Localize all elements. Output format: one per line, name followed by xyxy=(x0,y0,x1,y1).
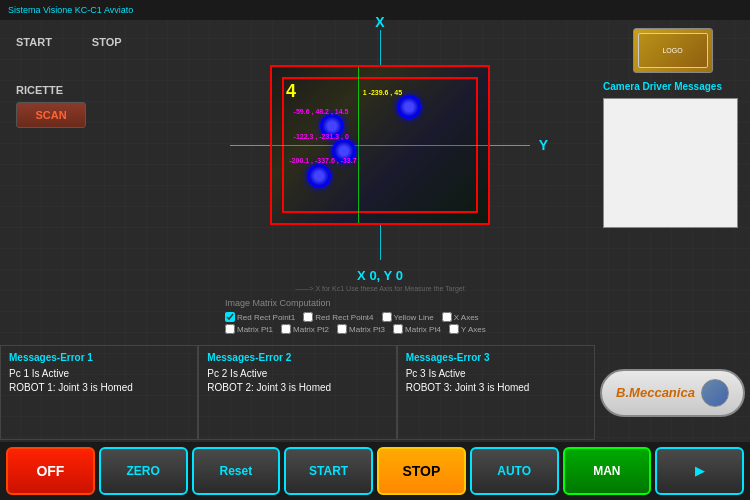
camera-image: 4 1 -239.6 , 45 -59.6 , 48.2 , 14.5 -122… xyxy=(270,65,490,225)
messages-section: Messages-Error 1 Pc 1 Is Active ROBOT 1:… xyxy=(0,345,595,440)
checkbox-matrix-pt2-input[interactable] xyxy=(281,324,291,334)
error-title-1: Messages-Error 1 xyxy=(9,352,189,363)
checkbox-red-rect-pt1[interactable]: Red Rect Point1 xyxy=(225,312,295,322)
error-text-3-line2: ROBOT 3: Joint 3 is Homed xyxy=(406,381,586,395)
y-axis-label: Y xyxy=(539,137,548,153)
checkbox-matrix-pt3-input[interactable] xyxy=(337,324,347,334)
error-text-2-line1: Pc 2 Is Active xyxy=(207,367,387,381)
label-matrix-pt4: Matrix Pt4 xyxy=(405,325,441,334)
man-button[interactable]: MAN xyxy=(563,447,652,495)
error-panel-2: Messages-Error 2 Pc 2 Is Active ROBOT 2:… xyxy=(198,345,396,440)
detect-circle-4 xyxy=(307,164,331,188)
scan-button[interactable]: SCAN xyxy=(16,102,86,128)
coord-label-2: -59.6 , 48.2 , 14.5 xyxy=(294,108,349,115)
cam-crosshair-h xyxy=(272,145,488,146)
checkbox-yellow-line[interactable]: Yellow Line xyxy=(382,312,434,322)
matrix-title: Image Matrix Computation xyxy=(225,298,535,308)
checkbox-red-rect-pt1-input[interactable] xyxy=(225,312,235,322)
label-yellow-line: Yellow Line xyxy=(394,313,434,322)
logo-text: LOGO xyxy=(662,47,682,54)
ricette-section: RICETTE SCAN xyxy=(0,76,215,136)
matrix-row-2: Matrix Pt1 Matrix Pt2 Matrix Pt3 Matrix … xyxy=(225,324,535,334)
start-label[interactable]: START xyxy=(16,36,52,48)
camera-bg: 4 1 -239.6 , 45 -59.6 , 48.2 , 14.5 -122… xyxy=(272,67,488,223)
label-red-rect-pt1: Red Rect Point1 xyxy=(237,313,295,322)
logo-box: LOGO xyxy=(633,28,713,73)
checkbox-y-axes[interactable]: Y Axes xyxy=(449,324,486,334)
checkbox-y-axes-input[interactable] xyxy=(449,324,459,334)
cam-crosshair-v xyxy=(358,67,359,223)
error-title-3: Messages-Error 3 xyxy=(406,352,586,363)
matrix-section: Image Matrix Computation Red Rect Point1… xyxy=(215,298,545,334)
ricette-label: RICETTE xyxy=(16,84,199,96)
label-matrix-pt3: Matrix Pt3 xyxy=(349,325,385,334)
checkbox-yellow-line-input[interactable] xyxy=(382,312,392,322)
crosshair-container: X Y 4 1 -239.6 , 45 -59.6 , 48.2 , 14.5 xyxy=(230,30,530,260)
checkbox-x-axes[interactable]: X Axes xyxy=(442,312,479,322)
error-text-1-line2: ROBOT 1: Joint 3 is Homed xyxy=(9,381,189,395)
status-text: Sistema Visione KC-C1 Avviato xyxy=(8,5,133,15)
error-text-1-line1: Pc 1 Is Active xyxy=(9,367,189,381)
zero-button[interactable]: ZERO xyxy=(99,447,188,495)
label-y-axes: Y Axes xyxy=(461,325,486,334)
matrix-row-1: Red Rect Point1 Red Rect Point4 Yellow L… xyxy=(225,312,535,322)
cam-driver-title: Camera Driver Messages xyxy=(603,81,742,92)
reset-button[interactable]: Reset xyxy=(192,447,281,495)
checkbox-red-rect-pt4-input[interactable] xyxy=(303,312,313,322)
rect-number: 4 xyxy=(286,81,296,102)
checkbox-red-rect-pt4[interactable]: Red Rect Point4 xyxy=(303,312,373,322)
label-matrix-pt1: Matrix Pt1 xyxy=(237,325,273,334)
auto-button[interactable]: AUTO xyxy=(470,447,559,495)
checkbox-matrix-pt2[interactable]: Matrix Pt2 xyxy=(281,324,329,334)
error-text-2-line2: ROBOT 2: Joint 3 is Homed xyxy=(207,381,387,395)
checkbox-matrix-pt1[interactable]: Matrix Pt1 xyxy=(225,324,273,334)
checkbox-matrix-pt1-input[interactable] xyxy=(225,324,235,334)
extra-button[interactable]: ▶ xyxy=(655,447,744,495)
start-stop-row: START STOP xyxy=(0,28,215,56)
stop-button[interactable]: STOP xyxy=(377,447,466,495)
coord-label-1: 1 -239.6 , 45 xyxy=(363,89,402,96)
error-panel-3: Messages-Error 3 Pc 3 Is Active ROBOT 3:… xyxy=(397,345,595,440)
label-red-rect-pt4: Red Rect Point4 xyxy=(315,313,373,322)
error-panel-1: Messages-Error 1 Pc 1 Is Active ROBOT 1:… xyxy=(0,345,198,440)
start-button[interactable]: START xyxy=(284,447,373,495)
axis-measure-text: ——> X for Kc1 Use these Axis for Measure… xyxy=(215,285,545,292)
coord-label-3: -122.3 , -231.3 , 0 xyxy=(294,133,349,140)
brand-avatar xyxy=(701,379,729,407)
error-text-3-line1: Pc 3 Is Active xyxy=(406,367,586,381)
brand-button[interactable]: B.Meccanica xyxy=(600,369,745,417)
bottom-toolbar: OFF ZERO Reset START STOP AUTO MAN ▶ xyxy=(0,442,750,500)
off-button[interactable]: OFF xyxy=(6,447,95,495)
brand-section: B.Meccanica xyxy=(595,345,750,440)
checkbox-matrix-pt4-input[interactable] xyxy=(393,324,403,334)
label-matrix-pt2: Matrix Pt2 xyxy=(293,325,329,334)
xy-label: X 0, Y 0 xyxy=(215,268,545,283)
checkbox-matrix-pt3[interactable]: Matrix Pt3 xyxy=(337,324,385,334)
checkbox-matrix-pt4[interactable]: Matrix Pt4 xyxy=(393,324,441,334)
coord-label-4: -200.1 , -337.6 , -33.7 xyxy=(289,157,356,164)
logo-inner: LOGO xyxy=(638,33,708,68)
x-axis-label: X xyxy=(375,14,384,30)
cam-driver-messages-box xyxy=(603,98,738,228)
checkbox-x-axes-input[interactable] xyxy=(442,312,452,322)
error-title-2: Messages-Error 2 xyxy=(207,352,387,363)
label-x-axes: X Axes xyxy=(454,313,479,322)
brand-label: B.Meccanica xyxy=(616,385,695,400)
stop-label[interactable]: STOP xyxy=(92,36,122,48)
